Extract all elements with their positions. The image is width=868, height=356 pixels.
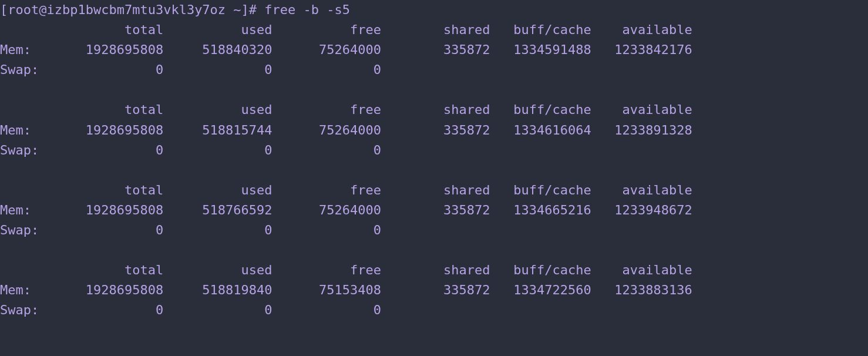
terminal-output[interactable]: [root@izbp1bwcbm7mtu3vkl3y7oz ~]# free -…: [0, 0, 868, 321]
